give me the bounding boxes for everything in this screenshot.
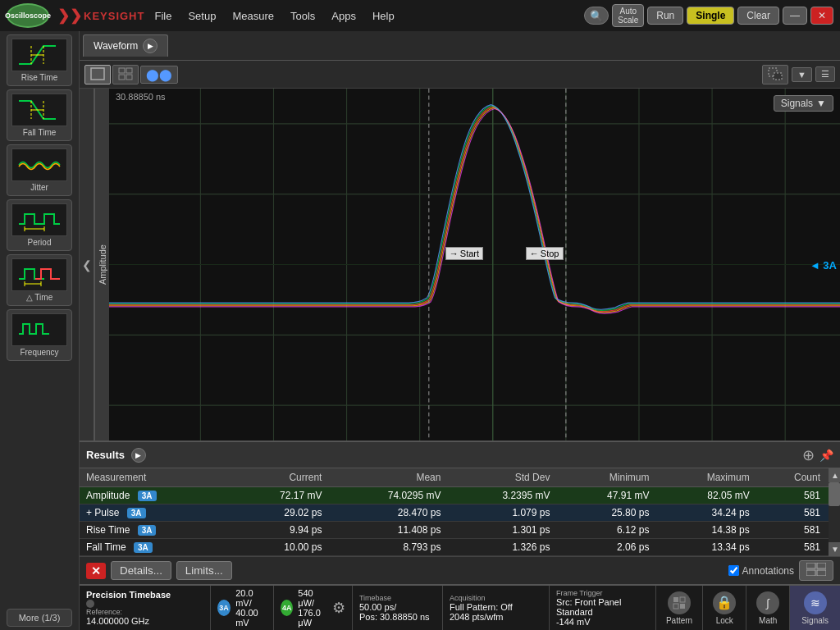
ch4-section: 4A 540 μW/ 176.0 μW ⚙	[274, 586, 353, 630]
menu-bar: Oscilloscope ❯❯ KEYSIGHT File Setup Meas…	[0, 0, 840, 31]
main-area: Rise Time Fall Time Jitter	[0, 31, 840, 630]
ch4-badge: 4A	[281, 600, 293, 616]
dots-menu-button[interactable]: ⬤⬤	[140, 66, 178, 84]
lock-button-section[interactable]: 🔒 Lock	[703, 586, 746, 630]
results-play-button[interactable]: ▶	[131, 448, 146, 463]
stop-marker[interactable]: ← Stop	[526, 247, 564, 260]
cell-std-dev: 1.301 ps	[447, 522, 556, 539]
tab-play-button[interactable]: ▶	[143, 39, 158, 53]
annotations-label: Annotations	[742, 565, 794, 577]
cell-maximum: 14.38 ps	[655, 522, 756, 539]
delta-time-icon	[11, 258, 67, 291]
minimize-button[interactable]: —	[783, 7, 807, 25]
results-scrollbar[interactable]: ▲ ▼	[829, 468, 840, 556]
col-measurement: Measurement	[80, 468, 229, 487]
cell-maximum: 34.24 ps	[655, 504, 756, 522]
svg-rect-39	[817, 570, 826, 576]
waveform-tab[interactable]: Waveform ▶	[83, 34, 168, 57]
close-button[interactable]: ✕	[810, 7, 833, 25]
menu-measure[interactable]: Measure	[226, 7, 281, 25]
select-tool-button[interactable]	[762, 65, 788, 84]
start-marker[interactable]: → Start	[445, 247, 483, 260]
pattern-button-section[interactable]: Pattern	[656, 586, 703, 630]
collapse-handle[interactable]: ❮	[80, 89, 94, 441]
delete-button[interactable]: ✕	[86, 563, 106, 579]
svg-rect-14	[126, 68, 132, 73]
sidebar-item-fall-time[interactable]: Fall Time	[7, 89, 72, 141]
clear-button[interactable]: Clear	[737, 7, 779, 25]
scroll-track	[829, 482, 840, 542]
results-table: Measurement Current Mean Std Dev Minimum…	[80, 468, 840, 556]
frame-trigger-section: Frame Trigger Src: Front Panel Standard …	[550, 586, 656, 630]
cell-current: 10.00 ps	[229, 539, 328, 556]
table-row[interactable]: Fall Time 3A 10.00 ps 8.793 ps 1.326 ps …	[80, 539, 840, 556]
sidebar-item-rise-time[interactable]: Rise Time	[7, 34, 72, 86]
ch3-section: 3A 20.0 mV/ 40.00 mV	[211, 586, 274, 630]
sidebar-item-jitter[interactable]: Jitter	[7, 144, 72, 196]
signals-button-section[interactable]: ≋ Signals	[790, 586, 840, 630]
svg-rect-16	[126, 75, 132, 80]
cell-std-dev: 3.2395 mV	[447, 487, 556, 504]
math-button-section[interactable]: ∫ Math	[746, 586, 790, 630]
status-bar: Precision Timebase Reference: 14.000000 …	[80, 584, 840, 630]
cell-minimum: 47.91 mV	[556, 487, 655, 504]
pin-button[interactable]: 📌	[819, 449, 833, 462]
logo-button[interactable]: Oscilloscope	[7, 3, 49, 28]
cell-maximum: 13.34 ps	[655, 539, 756, 556]
more-button[interactable]: More (1/3)	[7, 609, 72, 627]
svg-rect-36	[806, 563, 815, 568]
svg-rect-42	[673, 604, 678, 609]
settings-gear-icon[interactable]: ⚙	[332, 599, 345, 617]
math-label: Math	[759, 616, 777, 625]
run-button[interactable]: Run	[647, 7, 683, 25]
limits-button[interactable]: Limits...	[176, 561, 232, 580]
cell-minimum: 2.06 ps	[556, 539, 655, 556]
cell-std-dev: 1.079 ps	[447, 504, 556, 522]
content-area: Waveform ▶ ⬤⬤	[80, 31, 840, 630]
toolbar-right: ▼ ☰	[762, 65, 835, 84]
cell-measurement: + Pulse 3A	[80, 504, 229, 522]
auto-scale-button[interactable]: AutoScale	[612, 4, 644, 27]
dropdown-button[interactable]: ▼	[792, 67, 812, 82]
search-icon: 🔍	[590, 10, 603, 22]
collapse-icon[interactable]: ⊕	[802, 446, 815, 464]
sidebar-item-delta-time[interactable]: △ Time	[7, 254, 72, 306]
amplitude-label: Amplitude	[94, 89, 109, 441]
sidebar-item-period[interactable]: Period	[7, 199, 72, 251]
single-button[interactable]: Single	[687, 7, 734, 25]
single-view-button[interactable]	[84, 65, 111, 84]
details-button[interactable]: Details...	[111, 561, 171, 580]
waveform-tab-bar: Waveform ▶	[80, 31, 840, 61]
acquisition-line1: Full Pattern: Off	[450, 602, 542, 612]
ch3-line1: 20.0 mV/	[235, 588, 267, 608]
rise-time-icon	[11, 39, 67, 71]
svg-rect-38	[806, 570, 815, 576]
svg-rect-40	[673, 597, 678, 602]
sidebar-item-frequency[interactable]: Frequency	[7, 309, 72, 361]
menu-setup[interactable]: Setup	[181, 7, 222, 25]
menu-tools[interactable]: Tools	[284, 7, 322, 25]
period-label: Period	[28, 238, 52, 247]
table-row[interactable]: + Pulse 3A 29.02 ps 28.470 ps 1.079 ps 2…	[80, 504, 840, 522]
table-row[interactable]: Amplitude 3A 72.17 mV 74.0295 mV 3.2395 …	[80, 487, 840, 504]
search-box[interactable]: 🔍	[584, 7, 609, 25]
menu-file[interactable]: File	[148, 7, 178, 25]
menu-button[interactable]: ☰	[815, 66, 835, 82]
cell-current: 9.94 ps	[229, 522, 328, 539]
svg-rect-37	[817, 563, 826, 568]
scroll-up[interactable]: ▲	[829, 468, 840, 482]
annotations-checkbox[interactable]	[728, 565, 739, 576]
menu-help[interactable]: Help	[366, 7, 401, 25]
brand-name: KEYSIGHT	[84, 10, 144, 22]
view-button-group: ⬤⬤	[84, 65, 178, 84]
delta-time-label: △ Time	[26, 293, 52, 302]
menu-apps[interactable]: Apps	[325, 7, 363, 25]
svg-rect-18	[774, 73, 782, 80]
lock-icon: 🔒	[713, 591, 736, 614]
grid-view-results-button[interactable]	[799, 560, 833, 581]
signals-dropdown[interactable]: Signals ▼	[774, 95, 833, 112]
table-row[interactable]: Rise Time 3A 9.94 ps 11.408 ps 1.301 ps …	[80, 522, 840, 539]
results-title: Results	[86, 449, 125, 461]
grid-view-button[interactable]	[112, 65, 139, 84]
scroll-down[interactable]: ▼	[829, 542, 840, 556]
